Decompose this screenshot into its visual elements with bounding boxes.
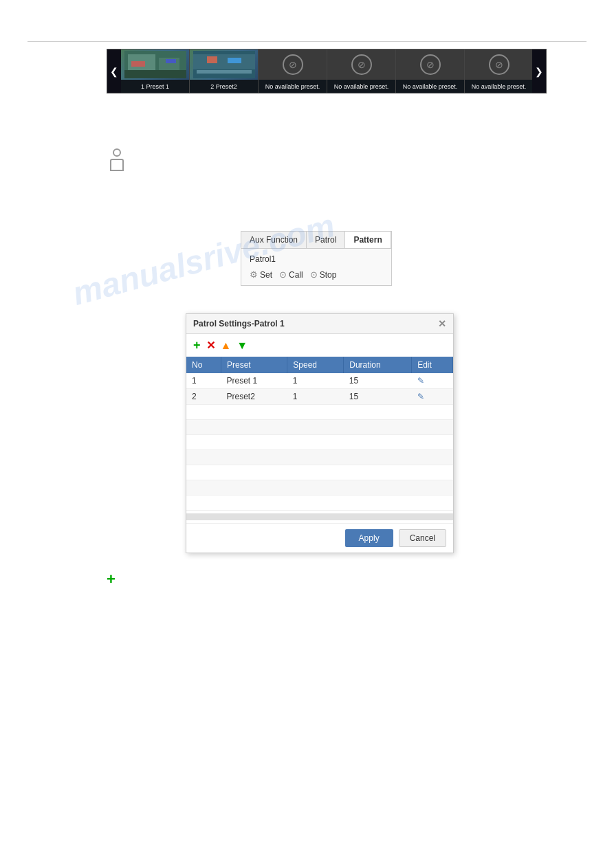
cell-no-2: 2 <box>186 389 221 405</box>
svg-rect-8 <box>197 70 252 74</box>
patrol-settings-dialog: Patrol Settings-Patrol 1 ✕ + ✕ ▲ ▼ No Pr… <box>186 313 454 553</box>
tab-header: Aux Function Patrol Pattern <box>241 232 391 249</box>
bottom-add-button[interactable]: + <box>107 570 123 588</box>
preset-thumb-2[interactable]: 2 Preset2 <box>190 49 259 93</box>
thumb-image-5: ⊘ <box>396 49 464 80</box>
dialog-title-bar: Patrol Settings-Patrol 1 ✕ <box>186 314 453 334</box>
top-divider <box>28 41 586 42</box>
tab-actions: ⚙ Set ⊙ Call ⊙ Stop <box>250 269 383 280</box>
edit-icon-1[interactable]: ✎ <box>417 376 424 386</box>
table-row-empty-5 <box>186 465 453 480</box>
table-row-empty-3 <box>186 435 453 450</box>
move-down-button[interactable]: ▼ <box>237 340 248 352</box>
table-row: 2 Preset2 1 15 ✎ <box>186 389 453 405</box>
strip-left-arrow[interactable]: ❮ <box>107 49 121 93</box>
table-row-empty-4 <box>186 450 453 465</box>
thumb-image-6: ⊘ <box>465 49 532 80</box>
svg-rect-9 <box>207 56 217 63</box>
cancel-button[interactable]: Cancel <box>399 529 446 547</box>
table-row-empty-6 <box>186 480 453 496</box>
col-header-speed: Speed <box>287 357 344 373</box>
col-header-edit: Edit <box>412 357 453 373</box>
cell-preset-1: Preset 1 <box>221 373 287 389</box>
table-row: 1 Preset 1 1 15 ✎ <box>186 373 453 389</box>
person-icon <box>107 148 127 176</box>
table-header: No Preset Speed Duration Edit <box>186 357 453 373</box>
move-up-button[interactable]: ▲ <box>221 340 232 352</box>
thumb-label-3: No available preset. <box>259 80 327 93</box>
thumb-image-2 <box>190 49 258 80</box>
preset-thumb-6[interactable]: ⊘ No available preset. <box>465 49 532 93</box>
svg-rect-5 <box>166 59 176 63</box>
cell-preset-2: Preset2 <box>221 389 287 405</box>
col-header-preset: Preset <box>221 357 287 373</box>
dialog-footer: Apply Cancel <box>186 523 453 553</box>
dialog-title: Patrol Settings-Patrol 1 <box>193 319 285 329</box>
tab-content: Patrol1 ⚙ Set ⊙ Call ⊙ Stop <box>241 249 391 285</box>
svg-rect-7 <box>193 54 255 69</box>
table-row-empty-2 <box>186 420 453 435</box>
stop-circle-icon: ⊙ <box>310 269 318 280</box>
svg-rect-3 <box>124 70 186 78</box>
action-stop[interactable]: ⊙ Stop <box>310 269 337 280</box>
add-row-button[interactable]: + <box>193 338 201 353</box>
preset-thumb-5[interactable]: ⊘ No available preset. <box>396 49 465 93</box>
cell-no-1: 1 <box>186 373 221 389</box>
no-preset-icon-6: ⊘ <box>489 54 509 75</box>
table-body: 1 Preset 1 1 15 ✎ 2 Preset2 1 15 ✎ <box>186 373 453 511</box>
col-header-no: No <box>186 357 221 373</box>
tab-pattern[interactable]: Pattern <box>345 232 391 248</box>
no-preset-icon-5: ⊘ <box>420 54 441 75</box>
preset-strip: ❮ 1 Preset 1 2 Preset2 ⊘ No available pr… <box>107 49 547 93</box>
strip-right-arrow[interactable]: ❯ <box>532 49 546 93</box>
call-circle-icon: ⊙ <box>279 269 287 280</box>
action-call[interactable]: ⊙ Call <box>279 269 303 280</box>
person-head <box>113 148 121 157</box>
preset-thumb-3[interactable]: ⊘ No available preset. <box>259 49 327 93</box>
action-set[interactable]: ⚙ Set <box>250 269 272 280</box>
thumb-label-4: No available preset. <box>327 80 395 93</box>
no-preset-icon-3: ⊘ <box>283 54 303 75</box>
cell-duration-2: 15 <box>344 389 412 405</box>
patrol-name: Patrol1 <box>250 254 383 264</box>
action-call-label: Call <box>289 270 303 280</box>
svg-rect-10 <box>228 58 241 63</box>
thumb-image-4: ⊘ <box>327 49 395 80</box>
person-body <box>110 159 124 171</box>
thumb-label-5: No available preset. <box>396 80 464 93</box>
cell-duration-1: 15 <box>344 373 412 389</box>
thumb-label-2: 2 Preset2 <box>190 80 258 93</box>
tab-panel: Aux Function Patrol Pattern Patrol1 ⚙ Se… <box>241 231 392 286</box>
thumb-image-1 <box>121 49 189 80</box>
preset-thumb-1[interactable]: 1 Preset 1 <box>121 49 190 93</box>
dialog-scrollbar[interactable] <box>186 513 453 520</box>
tab-aux-function[interactable]: Aux Function <box>241 232 307 248</box>
no-preset-icon-4: ⊘ <box>351 54 372 75</box>
table-row-empty-1 <box>186 405 453 420</box>
apply-button[interactable]: Apply <box>345 529 393 547</box>
cell-speed-1: 1 <box>287 373 344 389</box>
thumb-image-3: ⊘ <box>259 49 327 80</box>
strip-inner: 1 Preset 1 2 Preset2 ⊘ No available pres… <box>121 49 532 93</box>
col-header-duration: Duration <box>344 357 412 373</box>
table-row-empty-7 <box>186 496 453 511</box>
action-set-label: Set <box>260 270 272 280</box>
delete-row-button[interactable]: ✕ <box>206 339 215 352</box>
cell-speed-2: 1 <box>287 389 344 405</box>
dialog-close-button[interactable]: ✕ <box>438 318 446 329</box>
person-icon-area <box>107 148 614 176</box>
cell-edit-2[interactable]: ✎ <box>412 389 453 405</box>
gear-icon: ⚙ <box>250 269 258 280</box>
tab-patrol[interactable]: Patrol <box>307 232 345 248</box>
patrol-table: No Preset Speed Duration Edit 1 Preset 1… <box>186 357 453 511</box>
cell-edit-1[interactable]: ✎ <box>412 373 453 389</box>
action-stop-label: Stop <box>320 270 337 280</box>
dialog-toolbar: + ✕ ▲ ▼ <box>186 334 453 357</box>
thumb-label-1: 1 Preset 1 <box>121 80 189 93</box>
svg-rect-4 <box>131 61 145 67</box>
thumb-label-6: No available preset. <box>465 80 532 93</box>
preset-thumb-4[interactable]: ⊘ No available preset. <box>327 49 396 93</box>
edit-icon-2[interactable]: ✎ <box>417 392 424 401</box>
